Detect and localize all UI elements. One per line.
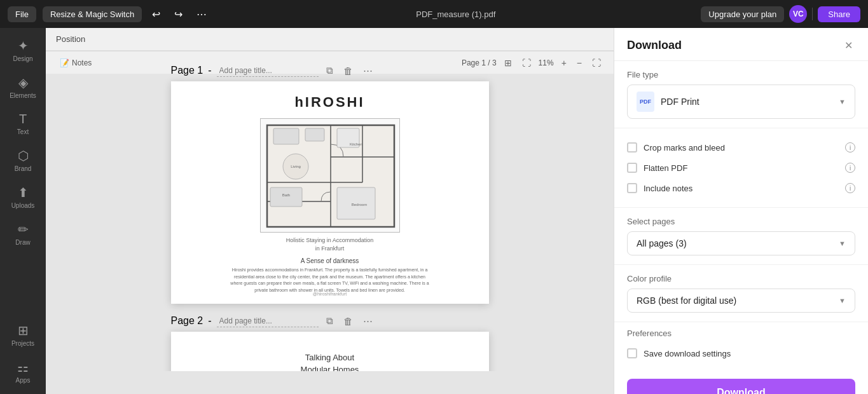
top-bar-center: PDF_measure (1).pdf [416, 10, 495, 19]
page-1-more-button[interactable]: ⋯ [361, 64, 375, 78]
file-type-label: File type [627, 70, 855, 79]
svg-text:Living: Living [291, 165, 301, 168]
page-2-number: Page 2 [171, 315, 203, 327]
elements-icon: ◈ [18, 75, 28, 90]
page-1-title-input[interactable] [217, 65, 319, 77]
sidebar-item-label: Apps [16, 377, 31, 384]
draw-icon: ✏ [18, 222, 29, 237]
pdf-icon: PDF [637, 92, 654, 112]
sidebar-item-uploads[interactable]: ⬆ Uploads [3, 180, 43, 214]
sidebar-item-label: Uploads [11, 202, 35, 209]
color-profile-label: Color profile [627, 274, 855, 283]
sidebar-item-label: Design [13, 55, 32, 62]
apps-icon: ⚏ [17, 360, 29, 375]
sidebar-item-design[interactable]: ✦ Design [3, 33, 43, 67]
resize-magic-switch-button[interactable]: Resize & Magic Switch [43, 6, 142, 22]
main-content: ✦ Design ◈ Elements T Text ⬡ Brand ⬆ Upl… [0, 28, 868, 394]
panel-close-button[interactable]: ✕ [842, 38, 855, 53]
projects-icon: ⊞ [18, 323, 29, 338]
crop-marks-checkbox[interactable] [627, 142, 637, 153]
sidebar-item-text[interactable]: T Text [3, 107, 43, 140]
page-2-delete-button[interactable]: 🗑 [341, 315, 355, 328]
page-1-wrapper: Page 1 - ⧉ 🗑 ⋯ hIROSHI [171, 64, 489, 304]
page-2-wrapper: Page 2 - ⧉ 🗑 ⋯ Talking About Modular Hom… [171, 314, 489, 371]
page-2-copy-button[interactable]: ⧉ [324, 314, 336, 328]
page-1-separator: - [208, 65, 211, 76]
pdf-options-section: Crop marks and bleed i Flatten PDF i Inc… [614, 128, 868, 208]
svg-rect-7 [273, 128, 299, 144]
undo-button[interactable]: ↩ [148, 6, 164, 23]
save-download-row: Save download settings [627, 343, 855, 363]
include-notes-info-icon[interactable]: i [845, 183, 855, 193]
sidebar-item-label: Draw [15, 239, 30, 246]
upgrade-plan-button[interactable]: Upgrade your plan [701, 6, 784, 22]
crop-marks-row: Crop marks and bleed i [627, 137, 855, 158]
preferences-label: Preferences [627, 329, 855, 338]
preferences-section: Preferences Save download settings [614, 322, 868, 370]
crop-marks-info-icon[interactable]: i [845, 142, 855, 153]
page-2-more-button[interactable]: ⋯ [361, 314, 375, 328]
select-pages-chevron-icon: ▼ [839, 240, 846, 247]
design-icon: ✦ [18, 38, 29, 53]
page-1-copy-button[interactable]: ⧉ [324, 64, 336, 78]
select-pages-value: All pages (3) [637, 238, 687, 248]
file-type-left: PDF PDF Print [637, 92, 699, 112]
flatten-pdf-checkbox[interactable] [627, 163, 637, 173]
svg-rect-10 [270, 187, 302, 207]
position-bar: Position [46, 28, 614, 51]
sidebar-item-label: Text [17, 128, 29, 135]
sidebar-item-elements[interactable]: ◈ Elements [3, 70, 43, 104]
sidebar-item-apps[interactable]: ⚏ Apps [3, 355, 43, 389]
file-name: PDF_measure (1).pdf [416, 10, 495, 19]
share-button[interactable]: Share [818, 6, 860, 22]
flatten-pdf-row: Flatten PDF i [627, 158, 855, 178]
include-notes-row: Include notes i [627, 178, 855, 198]
save-download-checkbox[interactable] [627, 348, 637, 358]
more-button[interactable]: ⋯ [193, 6, 210, 23]
flatten-pdf-info-icon[interactable]: i [845, 163, 855, 173]
download-button[interactable]: Download [627, 379, 855, 394]
color-profile-value: RGB (best for digital use) [637, 296, 736, 306]
select-pages-label: Select pages [627, 217, 855, 226]
color-profile-chevron-icon: ▼ [839, 297, 846, 304]
top-bar: File Resize & Magic Switch ↩ ↪ ⋯ PDF_mea… [0, 0, 868, 28]
file-button[interactable]: File [8, 6, 36, 22]
page-1-title-text: hIROSHI [294, 94, 364, 111]
download-panel: Download ✕ File type PDF PDF Print ▼ Cro… [614, 28, 868, 394]
canvas-scroll[interactable]: Page 1 - ⧉ 🗑 ⋯ hIROSHI [46, 51, 614, 371]
sidebar-item-draw[interactable]: ✏ Draw [3, 217, 43, 251]
brand-icon: ⬡ [18, 148, 29, 163]
svg-text:Kitchen: Kitchen [349, 142, 362, 146]
sidebar-item-projects[interactable]: ⊞ Projects [3, 318, 43, 352]
select-pages-section: Select pages All pages (3) ▼ [614, 208, 868, 265]
include-notes-checkbox[interactable] [627, 183, 637, 193]
sidebar-item-label: Elements [10, 92, 36, 99]
redo-button[interactable]: ↪ [170, 6, 186, 23]
save-download-label: Save download settings [644, 349, 855, 358]
page-2-title-input[interactable] [217, 315, 319, 327]
page-2-header: Page 2 - ⧉ 🗑 ⋯ [171, 314, 489, 328]
canvas-area: Position Page 1 - ⧉ 🗑 ⋯ hIROSHI [46, 28, 614, 394]
file-type-selector[interactable]: PDF PDF Print ▼ [627, 85, 855, 119]
top-bar-left: File Resize & Magic Switch ↩ ↪ ⋯ [8, 6, 210, 23]
page-1-subtitle: A Sense of darkness [301, 257, 359, 264]
page-1-body: Hiroshi provides accommodations in Frank… [228, 267, 432, 294]
sidebar-item-brand[interactable]: ⬡ Brand [3, 143, 43, 177]
page-1-canvas[interactable]: hIROSHI [171, 81, 489, 304]
top-bar-right: Upgrade your plan VC Share [701, 5, 860, 23]
select-pages-dropdown[interactable]: All pages (3) ▼ [627, 231, 855, 255]
avatar[interactable]: VC [789, 5, 807, 23]
color-profile-dropdown[interactable]: RGB (best for digital use) ▼ [627, 289, 855, 313]
chevron-down-icon: ▼ [839, 98, 846, 105]
page-2-canvas[interactable]: Talking About Modular Homes [171, 332, 489, 371]
color-profile-section: Color profile RGB (best for digital use)… [614, 265, 868, 322]
page-1-delete-button[interactable]: 🗑 [341, 64, 355, 78]
page-1-header: Page 1 - ⧉ 🗑 ⋯ [171, 64, 489, 78]
include-notes-label: Include notes [644, 184, 839, 193]
text-icon: T [19, 112, 27, 126]
uploads-icon: ⬆ [18, 185, 29, 200]
page-1-footer: @hiroshifrankfurt [313, 292, 347, 296]
flatten-pdf-label: Flatten PDF [644, 163, 839, 173]
svg-rect-8 [305, 128, 324, 141]
page-2-title: Talking About Modular Homes [301, 351, 359, 372]
